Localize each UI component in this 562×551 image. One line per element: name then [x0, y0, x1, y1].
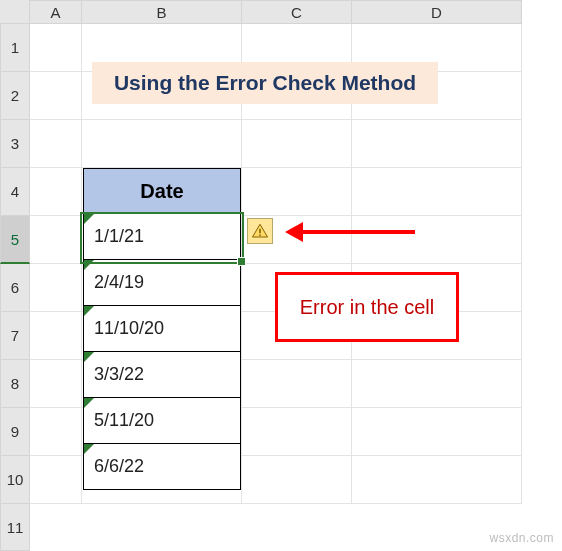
cell-a10[interactable]	[30, 456, 82, 504]
cell-c8[interactable]	[242, 360, 352, 408]
cell-c3[interactable]	[242, 120, 352, 168]
date-cell-6[interactable]: 6/6/22	[83, 444, 241, 490]
row-head-6[interactable]: 6	[0, 264, 30, 312]
date-cell-2[interactable]: 2/4/19	[83, 260, 241, 306]
date-value: 3/3/22	[94, 364, 144, 385]
cell-c9[interactable]	[242, 408, 352, 456]
cell-a8[interactable]	[30, 360, 82, 408]
row-head-1[interactable]: 1	[0, 24, 30, 72]
warning-triangle-icon	[251, 222, 269, 240]
col-head-d[interactable]: D	[352, 0, 522, 24]
row-head-11[interactable]: 11	[0, 504, 30, 551]
error-marker-icon	[84, 306, 94, 316]
title-banner: Using the Error Check Method	[92, 62, 438, 104]
cell-a2[interactable]	[30, 72, 82, 120]
row-head-8[interactable]: 8	[0, 360, 30, 408]
error-marker-icon	[84, 398, 94, 408]
error-marker-icon	[84, 260, 94, 270]
date-value: 2/4/19	[94, 272, 144, 293]
cell-a3[interactable]	[30, 120, 82, 168]
watermark: wsxdn.com	[489, 531, 554, 545]
error-marker-icon	[84, 214, 94, 224]
row-head-7[interactable]: 7	[0, 312, 30, 360]
row-head-3[interactable]: 3	[0, 120, 30, 168]
annotation-callout: Error in the cell	[275, 272, 459, 342]
cell-a6[interactable]	[30, 264, 82, 312]
cell-a5[interactable]	[30, 216, 82, 264]
error-marker-icon	[84, 352, 94, 362]
date-cell-4[interactable]: 3/3/22	[83, 352, 241, 398]
date-value: 5/11/20	[94, 410, 154, 431]
cell-a1[interactable]	[30, 24, 82, 72]
cell-d3[interactable]	[352, 120, 522, 168]
cell-c4[interactable]	[242, 168, 352, 216]
row-head-4[interactable]: 4	[0, 168, 30, 216]
row-head-9[interactable]: 9	[0, 408, 30, 456]
error-check-button[interactable]	[247, 218, 273, 244]
row-head-5[interactable]: 5	[0, 216, 30, 264]
cell-a4[interactable]	[30, 168, 82, 216]
date-cell-5[interactable]: 5/11/20	[83, 398, 241, 444]
cell-d8[interactable]	[352, 360, 522, 408]
cell-b3[interactable]	[82, 120, 242, 168]
date-cell-3[interactable]: 11/10/20	[83, 306, 241, 352]
cell-d4[interactable]	[352, 168, 522, 216]
arrow-shaft	[303, 230, 415, 234]
col-head-c[interactable]: C	[242, 0, 352, 24]
annotation-arrow	[285, 224, 415, 240]
col-head-b[interactable]: B	[82, 0, 242, 24]
cell-a9[interactable]	[30, 408, 82, 456]
cell-d9[interactable]	[352, 408, 522, 456]
date-value: 1/1/21	[94, 226, 144, 247]
select-all-corner[interactable]	[0, 0, 30, 24]
error-marker-icon	[84, 444, 94, 454]
date-header: Date	[83, 168, 241, 214]
row-head-2[interactable]: 2	[0, 72, 30, 120]
svg-rect-1	[259, 234, 261, 236]
svg-rect-0	[259, 229, 261, 234]
cell-a7[interactable]	[30, 312, 82, 360]
cell-d10[interactable]	[352, 456, 522, 504]
row-head-10[interactable]: 10	[0, 456, 30, 504]
cell-c10[interactable]	[242, 456, 352, 504]
date-cell-1[interactable]: 1/1/21	[83, 214, 241, 260]
arrow-left-icon	[285, 222, 303, 242]
date-value: 6/6/22	[94, 456, 144, 477]
col-head-a[interactable]: A	[30, 0, 82, 24]
date-table: Date 1/1/21 2/4/19 11/10/20 3/3/22 5/11/…	[83, 168, 241, 490]
date-value: 11/10/20	[94, 318, 164, 339]
